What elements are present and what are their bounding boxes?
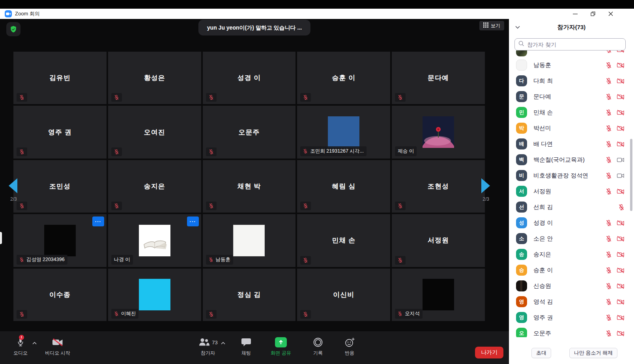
participant-row[interactable]: 오오문주 (509, 325, 634, 337)
tile-participant-name: 황성은 (108, 52, 201, 104)
participant-row[interactable]: 문문다예 (509, 89, 634, 105)
tile-mic-muted-chip (300, 93, 311, 102)
avatar-initial: 백 (516, 154, 527, 165)
video-tile[interactable]: 제승 이 (392, 106, 485, 158)
audio-button[interactable]: ! 오디오 (7, 336, 34, 357)
participant-row[interactable]: 남동훈 (509, 57, 634, 73)
window-controls (572, 9, 613, 19)
participant-row[interactable]: 배배 다연 (509, 136, 634, 152)
participant-row[interactable]: 선선희 김 (509, 199, 634, 215)
video-tile[interactable]: 정심 김 (203, 269, 296, 321)
close-button[interactable] (608, 11, 613, 17)
tile-participant-name: 조현성 (392, 160, 485, 213)
mic-off-icon (114, 203, 119, 209)
video-tile[interactable]: 이수종 (13, 269, 107, 321)
video-tile[interactable]: 성경 이 (203, 52, 296, 104)
tile-options-button[interactable]: ··· (187, 217, 199, 226)
video-tile[interactable]: 김성영 22034396··· (13, 214, 107, 267)
participant-row[interactable]: 비비호생활관장 정석연 (509, 168, 634, 183)
participant-row[interactable]: 성성경 이 (509, 215, 634, 231)
meeting-security-shield-icon[interactable] (6, 22, 21, 36)
participant-row[interactable]: 승승훈 이 (509, 262, 634, 278)
video-off-icon (617, 283, 625, 289)
prev-page-button[interactable] (9, 178, 17, 193)
start-video-button[interactable]: 비디오 시작 (41, 336, 74, 357)
invite-button[interactable]: 초대 (531, 348, 551, 358)
video-tile[interactable]: 이혜진 (108, 269, 201, 321)
next-page-button[interactable] (481, 178, 490, 193)
view-button[interactable]: 보기 (479, 21, 504, 30)
video-tile[interactable]: 오문주 (203, 106, 296, 158)
reactions-button[interactable]: 반응 (337, 336, 362, 357)
video-tile[interactable]: 오지석 (392, 269, 485, 321)
participant-row[interactable]: 영영석 김 (509, 294, 634, 310)
video-tile[interactable]: 황성은 (108, 52, 201, 104)
video-off-icon (617, 50, 625, 53)
panel-drag-handle[interactable] (0, 232, 2, 244)
video-thumbnail-blue-square (328, 116, 359, 148)
participant-status-icons (606, 109, 625, 116)
share-screen-button[interactable]: 화면 공유 (263, 336, 299, 357)
video-tile[interactable]: 조민희 21931267 시각... (297, 106, 390, 158)
video-tile[interactable]: 승훈 이 (297, 52, 390, 104)
video-tile[interactable]: 조현성 (392, 160, 485, 213)
window-top-strip (0, 0, 634, 9)
participant-row[interactable]: 다다희 최 (509, 73, 634, 89)
panel-scrollbar-thumb[interactable] (630, 139, 632, 211)
mic-off-icon (606, 314, 612, 321)
tile-mic-muted-chip (300, 256, 311, 265)
participant-row[interactable]: 민민채 손 (509, 105, 634, 120)
tile-name-label: 제승 이 (395, 146, 417, 156)
participant-row[interactable]: 서서정원 (509, 183, 634, 199)
participant-row[interactable]: 신승원 (509, 278, 634, 294)
participant-search-input[interactable] (527, 41, 622, 48)
zoom-window: Zoom 회의 yun Ju yeon이(가) 말하고 있습니다 ... (0, 0, 634, 364)
video-tile[interactable]: 이신비 (297, 269, 390, 321)
tile-participant-name: 오여진 (108, 106, 201, 158)
participants-panel-title: 참가자(73) (509, 24, 634, 31)
zoom-logo-icon (5, 10, 12, 17)
video-tile[interactable]: 송지은 (108, 160, 201, 213)
participant-name: 송지은 (533, 251, 551, 258)
video-tile[interactable]: 김유빈 (13, 52, 107, 104)
video-off-icon (617, 267, 625, 273)
tile-mic-muted-chip (111, 93, 122, 102)
video-tile[interactable]: 혜림 심 (297, 160, 390, 213)
video-tile[interactable]: 서정원 (392, 214, 485, 267)
avatar-initial: 민 (516, 107, 527, 118)
video-tile[interactable]: 문다예 (392, 52, 485, 104)
video-tile[interactable]: 조민성 (13, 160, 107, 213)
restore-button[interactable] (590, 11, 596, 17)
mic-off-icon (606, 220, 612, 226)
participants-button[interactable]: 73 참가자 (190, 336, 226, 357)
mic-off-icon (114, 149, 119, 155)
video-tile[interactable]: 영주 권 (13, 106, 107, 158)
tile-mic-muted-chip (206, 147, 217, 156)
audio-label: 오디오 (13, 350, 28, 357)
video-tile[interactable]: 나경 이··· (108, 214, 201, 267)
grid-view-icon (483, 22, 488, 29)
participant-row[interactable]: 백백순철(국어교육과) (509, 152, 634, 168)
record-button[interactable]: 기록 (305, 336, 331, 357)
avatar-initial: 승 (516, 265, 527, 276)
participant-row[interactable] (509, 50, 634, 57)
video-tile[interactable]: 민채 손 (297, 214, 390, 267)
participant-row[interactable]: 송송지은 (509, 246, 634, 262)
video-tile[interactable]: 오여진 (108, 106, 201, 158)
leave-button[interactable]: 나가기 (475, 347, 503, 358)
participant-row[interactable]: 소소은 안 (509, 231, 634, 246)
minimize-button[interactable] (572, 11, 578, 17)
unmute-me-button[interactable]: 나만 음소거 해제 (569, 348, 617, 358)
tile-participant-name: 이신비 (297, 269, 390, 321)
participant-name: 영석 김 (533, 298, 553, 306)
video-tile[interactable]: 남동훈 (203, 214, 296, 267)
tile-options-button[interactable]: ··· (92, 217, 104, 226)
chat-button[interactable]: 채팅 (234, 336, 259, 357)
participants-options-caret[interactable] (221, 340, 225, 346)
participant-row[interactable]: 영영주 권 (509, 310, 634, 325)
video-tile[interactable]: 채현 박 (203, 160, 296, 213)
participant-row[interactable]: 박박선미 (509, 120, 634, 136)
audio-options-caret[interactable] (32, 340, 37, 346)
participant-status-icons (606, 93, 625, 100)
tile-mic-muted-chip (17, 310, 27, 319)
